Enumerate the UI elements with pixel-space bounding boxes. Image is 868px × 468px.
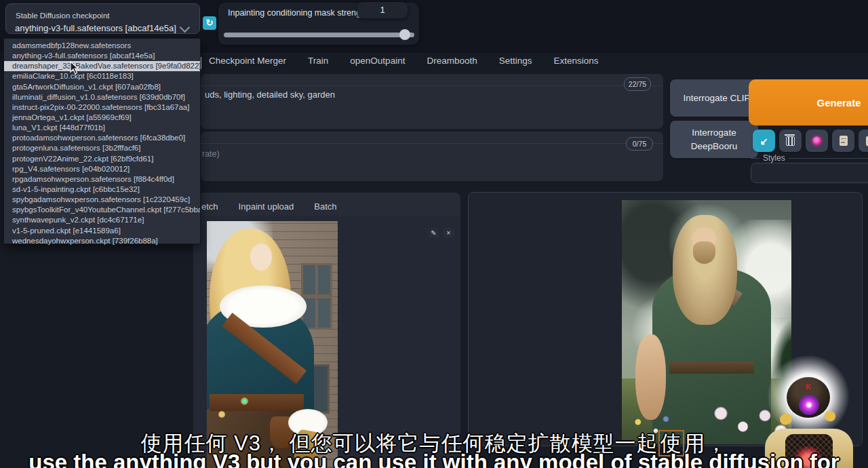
checkpoint-option[interactable]: protogenV22Anime_22.ckpt [62bf9cfd61] <box>4 154 200 164</box>
edit-image-button[interactable]: ✎ <box>428 228 439 238</box>
arrow-down-left-icon: ↙ <box>760 136 768 147</box>
negative-prompt-text[interactable]: rate) <box>202 149 220 159</box>
subtitle-english: use the anything V3 but you can use it w… <box>0 450 868 468</box>
mask-strength-slider[interactable] <box>224 33 414 37</box>
checkpoint-option[interactable]: rpgadamsohwxperson.safetensors [f884c4ff… <box>4 174 200 184</box>
checkpoint-option[interactable]: illuminati_diffusion_v1.0.safetensors [6… <box>4 92 200 102</box>
negative-prompt-box[interactable]: 0/75 rate) <box>201 132 663 181</box>
checkpoint-option[interactable]: protogenluna.safetensors [3b2fffacf6] <box>4 143 200 153</box>
checkpoint-option[interactable]: instruct-pix2pix-00-22000.safetensors [f… <box>4 102 200 113</box>
img2img-tab-etch[interactable]: etch <box>201 201 218 212</box>
woman-face <box>250 243 273 271</box>
checkpoint-option[interactable]: anything-v3-full.safetensors [abcaf14e5a… <box>4 51 200 61</box>
window <box>301 263 332 330</box>
chevron-down-icon[interactable] <box>180 22 191 33</box>
tab-checkpoint-merger[interactable]: Checkpoint Merger <box>209 56 286 66</box>
top-tab-bar: Checkpoint MergerTrainopenOutpaintDreamb… <box>209 56 599 66</box>
extra-networks-icon <box>812 136 821 145</box>
clear-prompt-button[interactable] <box>779 130 802 152</box>
tab-settings[interactable]: Settings <box>499 56 532 66</box>
refresh-checkpoints-button[interactable]: ↻ <box>203 16 216 30</box>
checkpoint-option[interactable]: gta5ArtworkDiffusion_v1.ckpt [607aa02fb8… <box>4 82 200 92</box>
negative-prompt-divider <box>201 143 663 144</box>
checkpoint-option[interactable]: dreamshaper_331BakedVae.safetensors [9e9… <box>4 61 200 71</box>
styles-label: Styles <box>760 153 789 163</box>
checkpoint-option[interactable]: protoadamsohwxperson.safetensors [6fca38… <box>4 133 200 143</box>
checkpoint-option[interactable]: luna_V1.ckpt [448d77f01b] <box>4 123 200 133</box>
prompt-token-counter: 22/75 <box>624 77 651 91</box>
checkpoint-option[interactable]: adamsmedbfp128new.safetensors <box>4 41 200 51</box>
mask-strength-slider-handle[interactable] <box>399 29 410 40</box>
belt <box>669 362 754 374</box>
apply-styles-button[interactable] <box>832 130 854 152</box>
img2img-tab-batch[interactable]: Batch <box>314 201 336 212</box>
avatar-eye: o <box>799 395 819 415</box>
extra-networks-button[interactable] <box>806 130 828 152</box>
mask-strength-label: Inpainting conditioning mask strength <box>228 8 374 18</box>
trash-icon <box>786 136 795 146</box>
mask-strength-value[interactable]: 1 <box>357 2 408 18</box>
clipboard-icon <box>840 136 848 146</box>
man-beard <box>693 241 715 263</box>
checkpoint-option[interactable]: spybgsToolkitFor_v40YoutubeChannel.ckpt … <box>4 205 200 215</box>
save-style-button[interactable] <box>859 130 868 152</box>
mouse-cursor <box>70 61 79 75</box>
interrogate-deepbooru-button[interactable]: Interrogate DeepBooru <box>670 121 758 158</box>
avatar-eye-letter: o <box>808 402 811 408</box>
read-generation-params-button[interactable]: ↙ <box>753 130 775 152</box>
save-icon <box>866 136 868 146</box>
remove-image-button[interactable]: × <box>443 228 454 238</box>
checkpoint-selector-value[interactable]: anything-v3-full.safetensors [abcaf14e5a… <box>15 23 176 33</box>
checkpoint-option[interactable]: v1-5-pruned.ckpt [e1441589a6] <box>4 226 200 236</box>
tab-train[interactable]: Train <box>308 56 328 66</box>
refresh-icon: ↻ <box>206 18 214 28</box>
checkpoint-option[interactable]: synthwavepunk_v2.ckpt [dc4c67171e] <box>4 215 200 225</box>
close-icon: × <box>447 229 451 237</box>
checkpoint-option[interactable]: rpg_V4.safetensors [e04b020012] <box>4 164 200 174</box>
checkpoint-option[interactable]: jennaOrtega_v1.ckpt [a55969cf69] <box>4 113 200 123</box>
checkpoint-dropdown-list[interactable]: adamsmedbfp128new.safetensorsanything-v3… <box>3 38 201 244</box>
img2img-tab-inpaint-upload[interactable]: Inpaint upload <box>239 201 294 212</box>
pencil-icon: ✎ <box>431 229 436 237</box>
checkpoint-option[interactable]: wednesdayohwxperson.ckpt [739f26b88a] <box>4 236 200 246</box>
checkpoint-option[interactable]: emiliaClarke_10.ckpt [6c0118e183] <box>4 71 200 81</box>
man-arm <box>635 334 666 420</box>
prompt-box[interactable]: 22/75 uds, lighting, detailed sky, garde… <box>201 74 663 129</box>
negative-token-counter: 0/75 <box>626 137 653 151</box>
belt <box>210 394 304 411</box>
tab-extensions[interactable]: Extensions <box>553 56 598 66</box>
checkpoint-option[interactable]: spybgadamsohwxperson.safetensors [1c2320… <box>4 195 200 205</box>
tab-openoutpaint[interactable]: openOutpaint <box>350 56 405 66</box>
styles-dropdown[interactable] <box>751 163 868 183</box>
checkpoint-option[interactable]: sd-v1-5-inpainting.ckpt [c6bbc15e32] <box>4 184 200 195</box>
generate-button[interactable]: Generate <box>749 79 868 125</box>
prompt-text[interactable]: uds, lighting, detailed sky, garden <box>205 90 335 100</box>
checkpoint-selector-label: Stable Diffusion checkpoint <box>16 12 110 20</box>
tab-dreambooth[interactable]: Dreambooth <box>427 56 477 66</box>
prompt-divider <box>201 85 663 86</box>
avatar-letter: K <box>787 383 830 391</box>
img2img-tab-bar: etchInpaint uploadBatch <box>201 201 337 212</box>
checkpoint-selector[interactable]: Stable Diffusion checkpoint anything-v3-… <box>5 3 200 34</box>
